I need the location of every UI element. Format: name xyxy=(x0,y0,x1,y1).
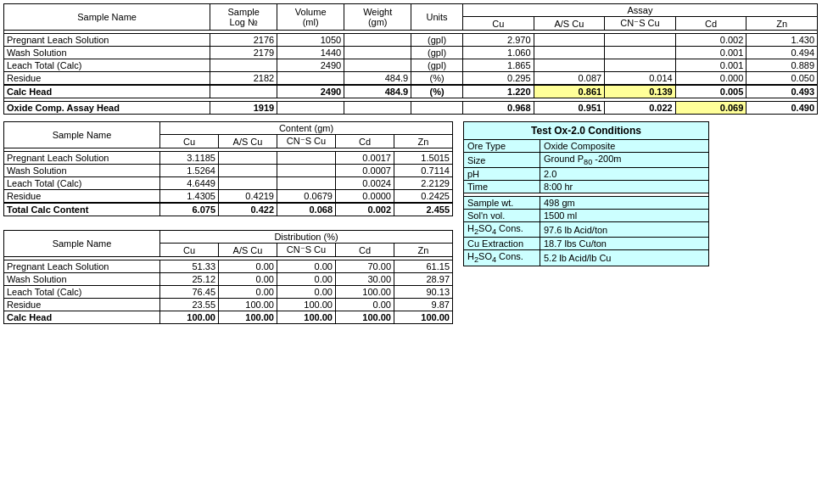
condition-time-label: Time xyxy=(464,181,540,193)
table-row: Wash Solution 1.5264 0.0007 0.7114 xyxy=(4,165,453,177)
row-zn: 0.7114 xyxy=(394,165,453,177)
conditions-table: Test Ox-2.0 Conditions Ore Type Oxide Co… xyxy=(463,121,709,266)
total-as-cu: 0.422 xyxy=(219,203,277,216)
content-header-zn: Zn xyxy=(394,135,453,148)
condition-time-value: 8:00 hr xyxy=(540,181,709,193)
row-cu: 100.00 xyxy=(160,311,219,324)
condition-row: Ore Type Oxide Composite xyxy=(464,140,709,153)
row-as-cu xyxy=(534,59,605,72)
row-log: 2182 xyxy=(210,72,277,86)
total-zn: 2.455 xyxy=(394,203,453,216)
row-cu: 25.12 xyxy=(160,273,219,286)
condition-cu-extraction-label: Cu Extraction xyxy=(464,238,540,250)
oxide-head-row: Oxide Comp. Assay Head 1919 0.968 0.951 … xyxy=(4,102,818,115)
row-log: 2176 xyxy=(210,34,277,47)
distribution-table: Sample Name Distribution (%) Cu A/S Cu C… xyxy=(3,230,453,324)
calc-head-weight: 484.9 xyxy=(344,85,411,98)
row-cns-cu: 0.00 xyxy=(277,273,336,286)
bottom-section: Sample Name Content (gm) Cu A/S Cu CN⁻S … xyxy=(3,121,819,324)
row-name: Wash Solution xyxy=(4,165,160,177)
oxide-head-log: 1919 xyxy=(210,102,277,115)
content-header-as-cu: A/S Cu xyxy=(219,135,277,148)
row-weight: 484.9 xyxy=(344,72,411,86)
dist-header-title: Distribution (%) xyxy=(160,231,453,244)
row-cu: 1.060 xyxy=(462,47,534,59)
row-log xyxy=(210,59,277,72)
row-cd: 0.0007 xyxy=(336,165,394,177)
assay-table: Sample Name SampleLog № Volume(ml) Weigh… xyxy=(3,3,818,115)
row-cu: 4.6449 xyxy=(160,177,219,190)
table-row: Residue 2182 484.9 (%) 0.295 0.087 0.014… xyxy=(4,72,818,86)
condition-ph-value: 2.0 xyxy=(540,168,709,181)
table-row: Leach Total (Calc) 2490 (gpl) 1.865 0.00… xyxy=(4,59,818,72)
condition-h2so4-1-label: H2SO4 Cons. xyxy=(464,222,540,238)
row-cns-cu: 0.014 xyxy=(605,72,676,86)
row-weight xyxy=(344,34,411,47)
calc-head-log xyxy=(210,85,277,98)
condition-row: Cu Extraction 18.7 lbs Cu/ton xyxy=(464,238,709,250)
condition-soln-vol-label: Sol'n vol. xyxy=(464,210,540,222)
row-as-cu xyxy=(219,177,277,190)
row-zn: 1.430 xyxy=(747,34,818,47)
row-name: Residue xyxy=(4,299,160,311)
row-cu: 1.5264 xyxy=(160,165,219,177)
oxide-head-volume xyxy=(277,102,344,115)
oxide-head-zn: 0.490 xyxy=(747,102,818,115)
row-cu: 3.1185 xyxy=(160,152,219,165)
row-cns-cu xyxy=(277,177,336,190)
condition-sample-wt-label: Sample wt. xyxy=(464,197,540,210)
header-zn: Zn xyxy=(747,17,818,31)
row-cns-cu xyxy=(605,47,676,59)
row-zn: 9.87 xyxy=(394,299,453,311)
row-cns-cu xyxy=(605,59,676,72)
condition-row: H2SO4 Cons. 97.6 lb Acid/ton xyxy=(464,222,709,238)
calc-head-row: Calc Head 2490 484.9 (%) 1.220 0.861 0.1… xyxy=(4,85,818,98)
calc-head-cd: 0.005 xyxy=(675,85,747,98)
calc-head-name: Calc Head xyxy=(4,85,210,98)
row-cd: 0.000 xyxy=(675,72,747,86)
row-cd: 0.001 xyxy=(675,47,747,59)
condition-h2so4-2-value: 5.2 lb Acid/lb Cu xyxy=(540,250,709,266)
row-cns-cu: 0.00 xyxy=(277,286,336,299)
oxide-head-weight xyxy=(344,102,411,115)
dist-header-cns-cu: CN⁻S Cu xyxy=(277,244,336,257)
oxide-head-cu: 0.968 xyxy=(462,102,534,115)
row-cu: 1.865 xyxy=(462,59,534,72)
content-header-sample-name: Sample Name xyxy=(4,122,160,148)
condition-ph-label: pH xyxy=(464,168,540,181)
table-row: Wash Solution 25.12 0.00 0.00 30.00 28.9… xyxy=(4,273,453,286)
condition-row: H2SO4 Cons. 5.2 lb Acid/lb Cu xyxy=(464,250,709,266)
row-name: Residue xyxy=(4,190,160,204)
row-zn: 28.97 xyxy=(394,273,453,286)
row-as-cu: 0.00 xyxy=(219,273,277,286)
content-header-cu: Cu xyxy=(160,135,219,148)
row-name: Wash Solution xyxy=(4,47,210,59)
header-assay: Assay xyxy=(462,4,817,17)
table-row: Pregnant Leach Solution 51.33 0.00 0.00 … xyxy=(4,260,453,273)
content-table: Sample Name Content (gm) Cu A/S Cu CN⁻S … xyxy=(3,121,453,216)
condition-sample-wt-value: 498 gm xyxy=(540,197,709,210)
calc-head-cu: 1.220 xyxy=(462,85,534,98)
row-as-cu xyxy=(534,34,605,47)
row-as-cu: 0.00 xyxy=(219,260,277,273)
total-cu: 6.075 xyxy=(160,203,219,216)
row-as-cu: 100.00 xyxy=(219,311,277,324)
row-zn: 0.889 xyxy=(747,59,818,72)
total-cd: 0.002 xyxy=(336,203,394,216)
condition-ore-type-value: Oxide Composite xyxy=(540,140,709,153)
table-row: Leach Total (Calc) 76.45 0.00 0.00 100.0… xyxy=(4,286,453,299)
row-cd: 0.0017 xyxy=(336,152,394,165)
row-cns-cu: 0.00 xyxy=(277,260,336,273)
row-volume: 2490 xyxy=(277,59,344,72)
row-name: Leach Total (Calc) xyxy=(4,59,210,72)
table-row: Residue 23.55 100.00 100.00 0.00 9.87 xyxy=(4,299,453,311)
row-name: Leach Total (Calc) xyxy=(4,286,160,299)
row-cns-cu xyxy=(277,165,336,177)
row-units: (gpl) xyxy=(411,47,463,59)
row-units: (gpl) xyxy=(411,34,463,47)
row-cd: 70.00 xyxy=(336,260,394,273)
row-as-cu: 0.00 xyxy=(219,286,277,299)
calc-head-zn: 0.493 xyxy=(747,85,818,98)
row-log: 2179 xyxy=(210,47,277,59)
row-zn: 61.15 xyxy=(394,260,453,273)
